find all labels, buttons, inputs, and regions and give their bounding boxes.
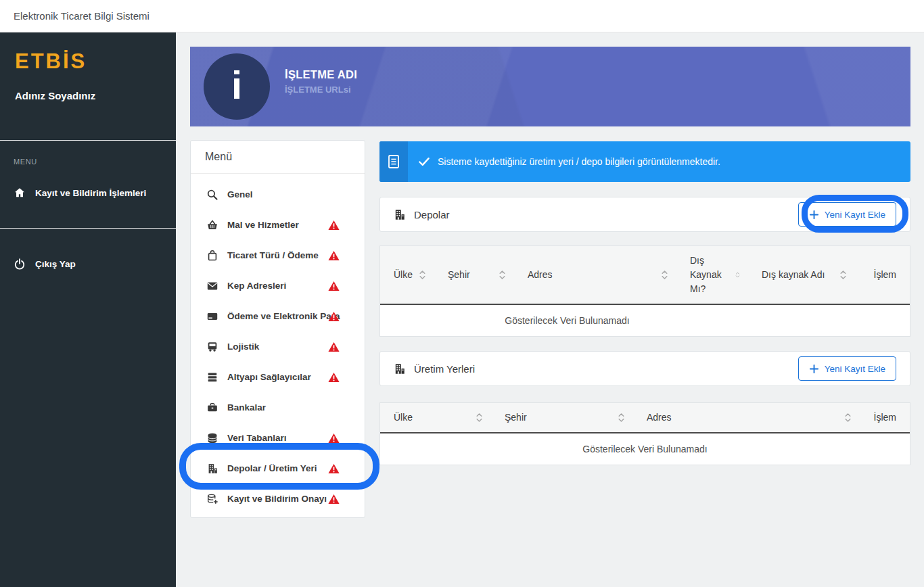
sidebar-section-label: MENU	[14, 158, 37, 166]
app-title: Elektronik Ticaret Bilgi Sistemi	[14, 0, 149, 32]
power-icon	[14, 258, 26, 270]
sort-icon	[839, 269, 847, 281]
menu-item-ticaret-turu-odeme[interactable]: Ticaret Türü / Ödeme	[191, 240, 365, 271]
plus-icon	[809, 210, 819, 220]
warning-icon	[328, 311, 340, 322]
menu-item-label: Kep Adresleri	[227, 281, 286, 291]
section-title: Üretim Yerleri	[414, 363, 475, 375]
business-name: İŞLETME ADI	[285, 68, 357, 81]
add-button-label: Yeni Kayıt Ekle	[825, 364, 885, 374]
building-icon	[206, 463, 219, 475]
uretim-yerleri-table: Ülke Şehir Adres İşlem Gösterilecek Veri…	[379, 402, 910, 465]
menu-item-depolar-uretim-yeri[interactable]: Depolar / Üretim Yeri	[191, 453, 365, 484]
column-header-ulke[interactable]: Ülke	[380, 403, 491, 433]
menu-item-genel[interactable]: Genel	[191, 179, 365, 210]
column-header-sehir[interactable]: Şehir	[434, 246, 514, 304]
sidebar-divider	[0, 228, 176, 229]
sidebar-item-cikis-yap[interactable]: Çıkış Yap	[0, 250, 176, 277]
business-url: İŞLETME URLsi	[285, 85, 351, 95]
search-icon	[206, 189, 219, 201]
business-avatar: i	[204, 53, 270, 120]
uretim-yeni-kayit-ekle-button[interactable]: Yeni Kayıt Ekle	[798, 356, 896, 381]
menu-panel: Menü Genel Mal ve Hizmetler Ticaret Türü…	[190, 140, 365, 518]
warning-icon	[328, 342, 340, 352]
sort-icon	[844, 412, 852, 423]
business-banner: i İŞLETME ADI İŞLETME URLsi	[190, 47, 910, 126]
warning-icon	[328, 494, 340, 504]
briefcase-icon	[206, 402, 219, 414]
building-icon	[393, 362, 406, 375]
table-header-row: Ülke Şehir Adres İşlem	[380, 403, 910, 433]
menu-item-lojistik[interactable]: Lojistik	[191, 331, 365, 362]
depolar-table: Ülke Şehir Adres Dış Kaynak Mı? Dış kayn…	[379, 245, 910, 337]
sidebar-divider	[0, 140, 176, 141]
check-icon	[418, 156, 430, 167]
menu-panel-title: Menü	[191, 141, 365, 174]
menu-item-label: Genel	[227, 189, 253, 199]
layers-icon	[206, 371, 219, 383]
menu-item-label: Mal ve Hizmetler	[227, 220, 299, 230]
user-name: Adınız Soyadınız	[15, 90, 95, 101]
column-header-dis-kaynak-mi[interactable]: Dış Kaynak Mı?	[676, 246, 748, 304]
menu-item-altyapi-saglayicilar[interactable]: Altyapı Sağlayıcılar	[191, 362, 365, 392]
sort-icon	[476, 412, 483, 423]
home-icon	[14, 187, 26, 199]
menu-item-kep-adresleri[interactable]: Kep Adresleri	[191, 271, 365, 301]
sort-icon	[419, 269, 426, 281]
database-plus-icon	[206, 493, 219, 505]
sort-icon	[499, 269, 506, 281]
menu-items: Genel Mal ve Hizmetler Ticaret Türü / Öd…	[191, 174, 365, 514]
building-icon	[393, 208, 406, 221]
warning-icon	[328, 281, 340, 291]
menu-item-label: Bankalar	[227, 402, 266, 413]
credit-card-icon	[206, 310, 219, 323]
envelope-icon	[206, 280, 219, 292]
warning-icon	[328, 250, 340, 261]
shopping-bag-icon	[206, 250, 219, 262]
info-alert: Sisteme kaydettiğiniz üretim yeri / depo…	[379, 141, 910, 182]
basket-icon	[206, 219, 219, 231]
warning-icon	[328, 220, 340, 231]
column-header-sehir[interactable]: Şehir	[491, 403, 633, 433]
menu-item-mal-ve-hizmetler[interactable]: Mal ve Hizmetler	[191, 210, 365, 240]
menu-item-odeme-ve-elektronik-para[interactable]: Ödeme ve Elektronik Para	[191, 301, 365, 331]
alert-message: Sisteme kaydettiğiniz üretim yeri / depo…	[438, 156, 720, 167]
sort-icon	[661, 269, 668, 281]
alert-badge	[379, 141, 408, 182]
sort-icon	[735, 269, 740, 281]
empty-row: Gösterilecek Veri Bulunamadı	[380, 304, 910, 336]
topbar: Elektronik Ticaret Bilgi Sistemi	[0, 0, 924, 32]
uretim-yerleri-section-header: Üretim Yerleri Yeni Kayıt Ekle	[379, 351, 910, 386]
menu-item-label: Kayıt ve Bildirim Onayı	[227, 494, 327, 504]
sidebar: ETBİS Adınız Soyadınız MENU Kayıt ve Bil…	[0, 32, 176, 587]
column-header-ulke[interactable]: Ülke	[380, 246, 434, 304]
sidebar-item-kayit-ve-bildirim-islemleri[interactable]: Kayıt ve Bildirim İşlemleri	[0, 179, 176, 206]
warning-icon	[328, 463, 340, 474]
sidebar-item-label: Kayıt ve Bildirim İşlemleri	[35, 188, 146, 198]
sort-icon	[618, 412, 625, 423]
empty-row: Gösterilecek Veri Bulunamadı	[380, 433, 910, 465]
warning-icon	[328, 372, 340, 383]
truck-icon	[206, 341, 219, 353]
depolar-yeni-kayit-ekle-button[interactable]: Yeni Kayıt Ekle	[798, 202, 896, 227]
column-header-adres[interactable]: Adres	[514, 246, 676, 304]
menu-item-label: Depolar / Üretim Yeri	[227, 463, 317, 473]
plus-icon	[809, 364, 819, 374]
etbis-logo: ETBİS	[15, 49, 87, 74]
warning-icon	[328, 433, 340, 444]
database-icon	[206, 432, 219, 444]
menu-item-bankalar[interactable]: Bankalar	[191, 392, 365, 423]
menu-item-kayit-ve-bildirim-onayi[interactable]: Kayıt ve Bildirim Onayı	[191, 484, 365, 514]
menu-item-label: Ticaret Türü / Ödeme	[227, 250, 319, 260]
column-header-islem: İşlem	[855, 246, 910, 304]
depolar-section-header: Depolar Yeni Kayıt Ekle	[379, 197, 910, 232]
logout-label: Çıkış Yap	[35, 259, 76, 269]
column-header-islem: İşlem	[860, 403, 910, 433]
add-button-label: Yeni Kayıt Ekle	[825, 210, 885, 220]
column-header-dis-kaynak-adi[interactable]: Dış kaynak Adı	[748, 246, 855, 304]
column-header-adres[interactable]: Adres	[633, 403, 860, 433]
no-data-text: Gösterilecek Veri Bulunamadı	[380, 433, 910, 465]
document-icon	[387, 154, 400, 169]
menu-item-veri-tabanlari[interactable]: Veri Tabanları	[191, 423, 365, 453]
menu-item-label: Ödeme ve Elektronik Para	[227, 311, 340, 321]
